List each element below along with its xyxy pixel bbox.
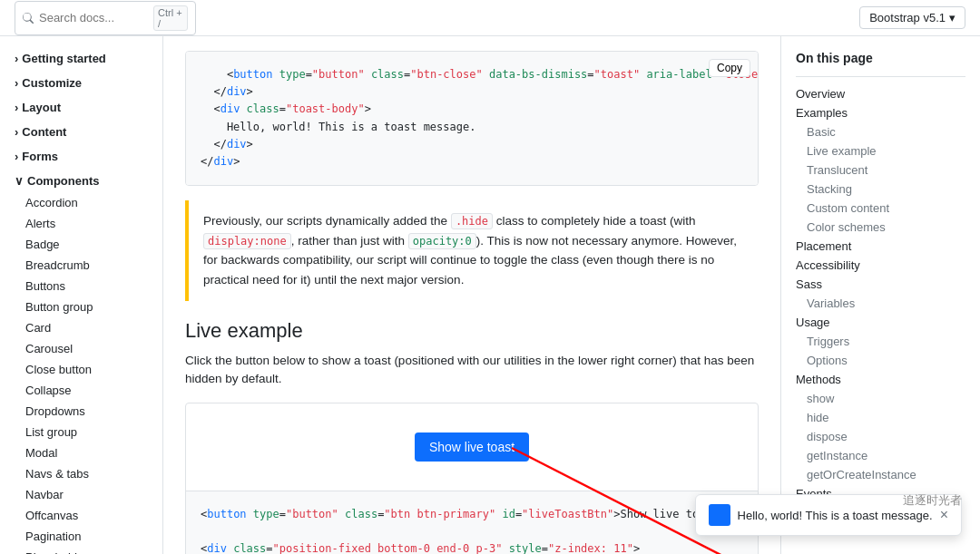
toc-item-examples[interactable]: Examples bbox=[796, 103, 965, 122]
toc-item-overview[interactable]: Overview bbox=[796, 84, 965, 103]
code-line: <button type="button" class="btn btn-pri… bbox=[201, 506, 743, 523]
sidebar-item-layout[interactable]: › Layout bbox=[0, 96, 162, 119]
sidebar-item-close-button[interactable]: Close button bbox=[0, 359, 162, 380]
sidebar-item-alerts[interactable]: Alerts bbox=[0, 213, 162, 234]
toc-item-show[interactable]: show bbox=[796, 389, 965, 408]
watermark: 追逐时光者 bbox=[903, 492, 962, 509]
warning-code2: display:none bbox=[203, 233, 291, 249]
sidebar-item-modal[interactable]: Modal bbox=[0, 442, 162, 463]
sidebar-item-pagination[interactable]: Pagination bbox=[0, 526, 162, 547]
sidebar-item-customize[interactable]: › Customize bbox=[0, 72, 162, 94]
sidebar-section-customize: › Customize bbox=[0, 72, 162, 94]
toc-item-variables[interactable]: Variables bbox=[796, 294, 965, 313]
toc-item-usage[interactable]: Usage bbox=[796, 313, 965, 332]
sidebar-item-button-group[interactable]: Button group bbox=[0, 296, 162, 317]
toc-item-hide[interactable]: hide bbox=[796, 408, 965, 427]
version-selector[interactable]: Bootstrap v5.1 ▾ bbox=[859, 6, 965, 29]
left-sidebar: › Getting started › Customize › Layout ›… bbox=[0, 36, 163, 554]
sidebar-item-offcanvas[interactable]: Offcanvas bbox=[0, 505, 162, 526]
toc-item-color-schemes[interactable]: Color schemes bbox=[796, 218, 965, 237]
sidebar-label: Layout bbox=[22, 101, 61, 114]
code-line: <div class="position-fixed bottom-0 end-… bbox=[201, 540, 743, 554]
live-example-title: Live example bbox=[185, 319, 759, 343]
warning-code1: .hide bbox=[451, 213, 493, 229]
search-kbd: Ctrl + / bbox=[153, 5, 188, 31]
toc-item-custom-content[interactable]: Custom content bbox=[796, 199, 965, 218]
code-line: </div> bbox=[201, 83, 743, 101]
sidebar-label: Content bbox=[22, 125, 66, 139]
live-example-code-block: Copy <button type="button" class="btn bt… bbox=[186, 491, 758, 554]
chevron-right-icon: › bbox=[15, 125, 18, 139]
sidebar-section-components: ∨ Components Accordion Alerts Badge Brea… bbox=[0, 170, 162, 554]
sidebar-section-content: › Content bbox=[0, 121, 162, 143]
sidebar-item-collapse[interactable]: Collapse bbox=[0, 380, 162, 401]
show-live-toast-button[interactable]: Show live toast bbox=[415, 433, 529, 462]
search-icon bbox=[23, 12, 34, 24]
demo-area: Show live toast Cop bbox=[185, 403, 759, 554]
sidebar-item-list-group[interactable]: List group bbox=[0, 422, 162, 442]
sidebar-item-components[interactable]: ∨ Components bbox=[0, 170, 162, 192]
chevron-down-icon: ▾ bbox=[949, 11, 956, 24]
toc-item-basic[interactable]: Basic bbox=[796, 122, 965, 141]
sidebar-label: Forms bbox=[22, 150, 58, 163]
sidebar-item-card[interactable]: Card bbox=[0, 317, 162, 338]
code-block-top: Copy <button type="button" class="btn-cl… bbox=[185, 51, 759, 186]
sidebar-section-layout: › Layout bbox=[0, 96, 162, 119]
sidebar-section-forms: › Forms bbox=[0, 145, 162, 168]
sidebar-item-forms[interactable]: › Forms bbox=[0, 145, 162, 168]
toc-title: On this page bbox=[796, 51, 965, 65]
copy-button-top[interactable]: Copy bbox=[709, 59, 750, 77]
demo-wrapper: Show live toast Cop bbox=[185, 403, 759, 554]
sidebar-item-dropdowns[interactable]: Dropdowns bbox=[0, 401, 162, 422]
sidebar-item-getting-started[interactable]: › Getting started bbox=[0, 47, 162, 70]
toc-item-sass[interactable]: Sass bbox=[796, 275, 965, 294]
code-line: </div> bbox=[201, 136, 743, 153]
toc-item-translucent[interactable]: Translucent bbox=[796, 160, 965, 180]
toast-close-button[interactable]: × bbox=[940, 508, 948, 522]
sidebar-item-carousel[interactable]: Carousel bbox=[0, 338, 162, 359]
sidebar-label: Getting started bbox=[22, 52, 105, 65]
sidebar-item-placeholders[interactable]: Placeholders bbox=[0, 547, 162, 554]
content-area: Copy <button type="button" class="btn-cl… bbox=[163, 36, 780, 554]
warning-text3: , rather than just with bbox=[291, 234, 408, 248]
code-line: <div class="toast-body"> bbox=[201, 101, 743, 118]
demo-inner: Show live toast bbox=[186, 403, 758, 491]
toc-item-get-or-create-instance[interactable]: getOrCreateInstance bbox=[796, 465, 965, 484]
toc-item-dispose[interactable]: dispose bbox=[796, 427, 965, 446]
sidebar-item-buttons[interactable]: Buttons bbox=[0, 276, 162, 296]
toc-item-placement[interactable]: Placement bbox=[796, 237, 965, 256]
topbar: Ctrl + / Bootstrap v5.1 ▾ bbox=[0, 0, 980, 36]
toc-item-live-example[interactable]: Live example bbox=[796, 141, 965, 160]
sidebar-label: Customize bbox=[22, 76, 82, 90]
toc-item-triggers[interactable]: Triggers bbox=[796, 332, 965, 351]
warning-text2: class to completely hide a toast (with bbox=[493, 214, 696, 228]
toc-item-options[interactable]: Options bbox=[796, 351, 965, 370]
toc-divider bbox=[796, 76, 965, 77]
toc-item-stacking[interactable]: Stacking bbox=[796, 180, 965, 199]
sidebar-item-breadcrumb[interactable]: Breadcrumb bbox=[0, 255, 162, 276]
search-input[interactable] bbox=[39, 11, 148, 24]
sidebar-item-badge[interactable]: Badge bbox=[0, 234, 162, 255]
live-code-block-container: Copy <button type="button" class="btn bt… bbox=[186, 491, 758, 554]
chevron-right-icon: › bbox=[15, 101, 18, 114]
toast-body-text: Hello, world! This is a toast message. bbox=[738, 509, 933, 522]
right-sidebar: On this page Overview Examples Basic Liv… bbox=[780, 36, 980, 554]
main-layout: › Getting started › Customize › Layout ›… bbox=[0, 36, 980, 554]
code-line: </div> bbox=[201, 153, 743, 170]
chevron-right-icon: › bbox=[15, 76, 18, 90]
search-box[interactable]: Ctrl + / bbox=[15, 1, 196, 35]
sidebar-item-accordion[interactable]: Accordion bbox=[0, 192, 162, 213]
warning-text1: Previously, our scripts dynamically adde… bbox=[203, 214, 451, 228]
sidebar-item-navbar[interactable]: Navbar bbox=[0, 484, 162, 505]
sidebar-item-content[interactable]: › Content bbox=[0, 121, 162, 143]
code-line bbox=[201, 523, 743, 540]
code-line: Hello, world! This is a toast message. bbox=[201, 119, 743, 136]
toc-item-methods[interactable]: Methods bbox=[796, 370, 965, 389]
warning-box: Previously, our scripts dynamically adde… bbox=[185, 200, 759, 300]
live-example-desc: Click the button below to show a toast (… bbox=[185, 352, 759, 389]
warning-code3: opacity:0 bbox=[408, 233, 476, 249]
toc-item-get-instance[interactable]: getInstance bbox=[796, 446, 965, 465]
toc-item-accessibility[interactable]: Accessibility bbox=[796, 256, 965, 275]
chevron-right-icon: › bbox=[15, 52, 18, 65]
sidebar-item-navs-tabs[interactable]: Navs & tabs bbox=[0, 463, 162, 484]
